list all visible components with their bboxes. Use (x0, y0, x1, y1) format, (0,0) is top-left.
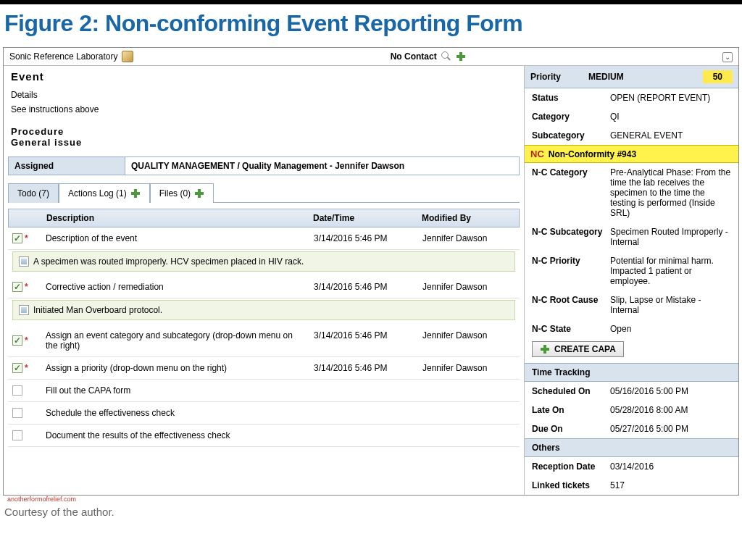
nc-category-value: Pre-Analytical Phase: From the time the … (610, 167, 731, 218)
tab-files[interactable]: Files (0) (150, 183, 214, 203)
plus-icon[interactable] (194, 188, 204, 198)
procedure-label: Procedure (11, 126, 517, 137)
nc-badge-icon: NC (530, 149, 544, 159)
table-row: * Assign a priority (drop-down menu on t… (8, 357, 520, 380)
priority-row: Priority MEDIUM 50 (525, 66, 738, 88)
details-text: See instructions above (4, 103, 524, 122)
nc-priority-value: Potential for minimal harm. Impacted 1 p… (610, 256, 731, 286)
procedure-value: General issue (11, 137, 517, 148)
note-text: A specimen was routed improperly. HCV sp… (33, 256, 304, 267)
assigned-value: QUALITY MANAGEMENT / Quality Management … (125, 157, 519, 175)
figure-title: Figure 2: Non-conforming Event Reporting… (0, 4, 742, 47)
reception-label: Reception Date (532, 461, 610, 472)
cell-desc: Document the results of the effectivenes… (41, 427, 309, 443)
table-row: * Description of the event 3/14/2016 5:4… (8, 227, 520, 250)
tab-todo-label: Todo (7) (17, 188, 49, 198)
note-icon (19, 256, 29, 267)
org-doc-icon[interactable] (122, 51, 133, 62)
checkbox-icon[interactable] (12, 363, 22, 373)
table-row: Fill out the CAPA form (8, 380, 520, 402)
late-value: 05/28/2016 8:00 AM (610, 405, 731, 415)
add-contact-icon[interactable] (456, 51, 466, 62)
scheduled-value: 05/16/2016 5:00 PM (610, 386, 731, 396)
contact-label: No Contact (391, 51, 437, 62)
nc-bar: NC Non-Conformity #943 (525, 145, 738, 163)
cell-mod: Jennifer Dawson (418, 230, 520, 246)
nc-priority-label: N-C Priority (532, 256, 610, 266)
header-bar: Sonic Reference Laboratory No Contact ⌄ (4, 48, 738, 66)
cell-date: 3/14/2016 5:46 PM (309, 279, 418, 295)
assigned-label: Assigned (9, 157, 125, 175)
priority-label: Priority (530, 72, 588, 82)
others-header: Others (525, 438, 738, 457)
checkbox-icon[interactable] (12, 408, 22, 418)
cell-desc: Description of the event (41, 230, 309, 246)
subcategory-label: Subcategory (532, 130, 610, 141)
cell-mod: Jennifer Dawson (418, 360, 520, 376)
table-row: Document the results of the effectivenes… (8, 425, 520, 447)
expand-chevrons-icon[interactable]: ⌄ (722, 52, 733, 62)
right-column: Priority MEDIUM 50 StatusOPEN (REPORT EV… (525, 66, 738, 495)
priority-number: 50 (703, 70, 733, 83)
plus-icon[interactable] (130, 188, 141, 198)
create-capa-label: CREATE CAPA (554, 344, 616, 354)
reception-value: 03/14/2016 (610, 461, 731, 472)
table-header: Description Date/Time Modified By (8, 209, 520, 227)
nc-rootcause-label: N-C Root Cause (532, 295, 610, 305)
required-star-icon: * (25, 233, 28, 243)
table-row: * Assign an event category and subcatego… (8, 325, 520, 357)
checkbox-icon[interactable] (12, 385, 22, 396)
cell-mod: Jennifer Dawson (418, 327, 520, 354)
category-value: QI (610, 112, 731, 122)
nc-subcategory-label: N-C Subcategory (532, 227, 610, 237)
tab-todo[interactable]: Todo (7) (8, 183, 59, 203)
nc-category-label: N-C Category (532, 167, 610, 177)
category-label: Category (532, 112, 610, 122)
cell-desc: Fill out the CAPA form (41, 383, 309, 398)
status-label: Status (532, 93, 610, 103)
cell-desc: Corrective action / remediation (41, 279, 309, 295)
cell-desc: Assign an event category and subcategory… (41, 327, 309, 354)
time-tracking-header: Time Tracking (525, 363, 738, 382)
nc-state-value: Open (610, 324, 731, 334)
table-row: Schedule the effectiveness check (8, 402, 520, 425)
cell-desc: Schedule the effectiveness check (41, 405, 309, 421)
event-heading: Event (11, 70, 517, 83)
checkbox-icon[interactable] (12, 233, 22, 243)
app-frame: Sonic Reference Laboratory No Contact ⌄ … (3, 47, 739, 496)
note-box: A specimen was routed improperly. HCV sp… (12, 251, 515, 272)
required-star-icon: * (25, 335, 28, 346)
col-modified-by[interactable]: Modified By (417, 209, 519, 227)
late-label: Late On (532, 405, 610, 415)
checkbox-icon[interactable] (12, 335, 22, 346)
priority-level: MEDIUM (588, 72, 703, 82)
create-capa-button[interactable]: CREATE CAPA (532, 341, 624, 357)
left-column: Event Details See instructions above Pro… (4, 66, 525, 495)
nc-rootcause-value: Slip, Lapse or Mistake - Internal (610, 295, 731, 315)
tab-files-label: Files (0) (159, 188, 191, 198)
tabs-row: Todo (7) Actions Log (1) Files (0) (8, 183, 520, 203)
cell-date: 3/14/2016 5:46 PM (309, 360, 418, 376)
nc-title: Non-Conformity #943 (549, 149, 636, 159)
note-box: Initiated Man Overboard protocol. (12, 300, 515, 320)
cell-desc: Assign a priority (drop-down menu on the… (41, 360, 309, 376)
org-name: Sonic Reference Laboratory (9, 51, 117, 62)
tab-actions-label: Actions Log (1) (68, 188, 127, 198)
subcategory-value: GENERAL EVENT (610, 130, 731, 141)
search-icon[interactable] (441, 51, 451, 62)
required-star-icon: * (25, 363, 28, 373)
checkbox-icon[interactable] (12, 430, 22, 440)
col-datetime[interactable]: Date/Time (309, 209, 417, 227)
col-description[interactable]: Description (42, 209, 309, 227)
todo-table: Description Date/Time Modified By * Desc… (8, 209, 520, 447)
details-label: Details (4, 87, 524, 103)
tab-actions-log[interactable]: Actions Log (1) (59, 183, 150, 203)
watermark-text: anotherformofrelief.com (0, 496, 742, 503)
status-value: OPEN (REPORT EVENT) (610, 93, 731, 103)
checkbox-icon[interactable] (12, 282, 22, 292)
note-text: Initiated Man Overboard protocol. (33, 305, 162, 315)
cell-date: 3/14/2016 5:46 PM (309, 327, 418, 354)
note-icon (19, 305, 29, 315)
nc-state-label: N-C State (532, 324, 610, 334)
due-label: Due On (532, 424, 610, 434)
